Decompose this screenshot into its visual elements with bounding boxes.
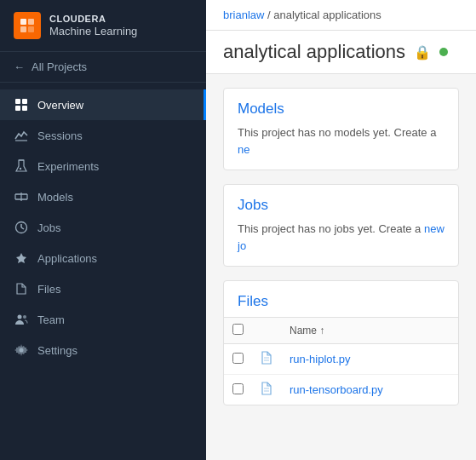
breadcrumb-user[interactable]: brianlaw	[223, 9, 264, 21]
settings-icon	[14, 342, 29, 358]
file-icon-cell	[252, 344, 281, 375]
files-header-name[interactable]: Name ↑	[281, 318, 458, 344]
svg-rect-0	[20, 19, 26, 25]
svg-line-18	[21, 227, 24, 229]
logo-text: CLOUDERA Machine Learning	[49, 14, 137, 38]
sidebar: CLOUDERA Machine Learning ← All Projects…	[0, 0, 206, 460]
sidebar-item-experiments[interactable]: Experiments	[0, 151, 206, 181]
svg-rect-1	[28, 19, 34, 25]
models-empty-text: This project has no models yet. Create a	[238, 126, 436, 139]
models-icon	[14, 189, 29, 204]
breadcrumb-project: analytical applications	[273, 9, 381, 21]
svg-point-20	[23, 315, 26, 319]
files-icon	[14, 281, 29, 296]
file-checkbox-cell	[224, 375, 252, 405]
file-name-cell: run-hiplot.py	[281, 344, 458, 375]
jobs-icon	[14, 220, 29, 235]
sidebar-item-jobs[interactable]: Jobs	[0, 212, 206, 243]
files-section-title: Files	[224, 281, 458, 317]
experiments-label: Experiments	[37, 160, 99, 173]
files-header-icon-col	[252, 318, 281, 344]
lock-icon: 🔒	[414, 44, 431, 60]
sessions-icon	[14, 128, 29, 143]
files-table-header-row: Name ↑	[224, 318, 458, 344]
overview-icon	[14, 97, 29, 112]
sidebar-item-sessions[interactable]: Sessions	[0, 120, 206, 151]
files-name-column-label: Name ↑	[290, 325, 324, 336]
jobs-label: Jobs	[37, 221, 60, 234]
models-section-title: Models	[224, 89, 458, 124]
files-select-all-checkbox[interactable]	[232, 324, 244, 335]
svg-rect-7	[22, 106, 27, 111]
file-icon-1	[261, 354, 272, 367]
main-content: brianlaw / analytical applications analy…	[206, 0, 476, 460]
file-icon-2	[261, 384, 272, 398]
nav-list: Overview Sessions Experiments	[0, 83, 206, 460]
applications-label: Applications	[37, 252, 97, 265]
svg-rect-6	[15, 106, 20, 111]
file-checkbox-2[interactable]	[232, 383, 244, 394]
table-row: run-tensorboard.py	[224, 375, 458, 405]
status-indicator	[439, 48, 448, 56]
files-header-checkbox	[224, 318, 252, 344]
jobs-section-title: Jobs	[224, 185, 458, 221]
jobs-section-body: This project has no jobs yet. Create a n…	[224, 221, 458, 266]
sidebar-header: CLOUDERA Machine Learning	[0, 0, 206, 52]
table-row: run-hiplot.py	[224, 344, 458, 375]
svg-rect-5	[22, 99, 27, 104]
sidebar-item-team[interactable]: Team	[0, 304, 206, 335]
jobs-empty-text: This project has no jobs yet. Create a	[238, 222, 421, 235]
sidebar-item-files[interactable]: Files	[0, 273, 206, 304]
sessions-label: Sessions	[37, 129, 83, 142]
svg-point-19	[18, 315, 22, 319]
sidebar-item-applications[interactable]: Applications	[0, 243, 206, 273]
overview-label: Overview	[37, 99, 83, 112]
back-link-label: All Projects	[32, 60, 87, 73]
back-arrow-icon: ←	[14, 60, 25, 73]
jobs-section: Jobs This project has no jobs yet. Creat…	[223, 184, 459, 267]
applications-icon	[14, 250, 29, 266]
models-label: Models	[37, 191, 73, 204]
file-name-cell: run-tensorboard.py	[281, 375, 458, 405]
breadcrumb: brianlaw / analytical applications	[206, 0, 476, 31]
svg-point-10	[20, 168, 21, 170]
files-label: Files	[37, 283, 60, 296]
files-table: Name ↑	[224, 317, 458, 405]
experiments-icon	[14, 158, 29, 174]
svg-rect-4	[15, 99, 20, 104]
sidebar-item-overview[interactable]: Overview	[0, 89, 206, 120]
page-header: analytical applications 🔒	[206, 31, 476, 74]
team-label: Team	[37, 313, 65, 326]
svg-rect-3	[28, 26, 34, 32]
content-area: Models This project has no models yet. C…	[206, 74, 476, 460]
page-title: analytical applications	[223, 41, 405, 63]
back-link[interactable]: ← All Projects	[0, 52, 206, 83]
models-section: Models This project has no models yet. C…	[223, 88, 459, 170]
logo-icon	[14, 12, 41, 39]
models-section-body: This project has no models yet. Create a…	[224, 124, 458, 170]
file-checkbox-1[interactable]	[232, 353, 244, 364]
sidebar-item-models[interactable]: Models	[0, 181, 206, 212]
team-icon	[14, 312, 29, 327]
file-checkbox-cell	[224, 344, 252, 375]
file-icon-cell	[252, 375, 281, 405]
models-create-link[interactable]: ne	[238, 143, 249, 156]
company-name: CLOUDERA	[49, 14, 137, 25]
svg-rect-2	[20, 26, 26, 32]
file-link-2[interactable]: run-tensorboard.py	[290, 383, 383, 396]
files-section: Files Name ↑	[223, 280, 459, 405]
settings-label: Settings	[37, 344, 77, 357]
file-link-1[interactable]: run-hiplot.py	[290, 353, 351, 365]
sidebar-item-settings[interactable]: Settings	[0, 335, 206, 365]
product-name: Machine Learning	[49, 25, 137, 38]
